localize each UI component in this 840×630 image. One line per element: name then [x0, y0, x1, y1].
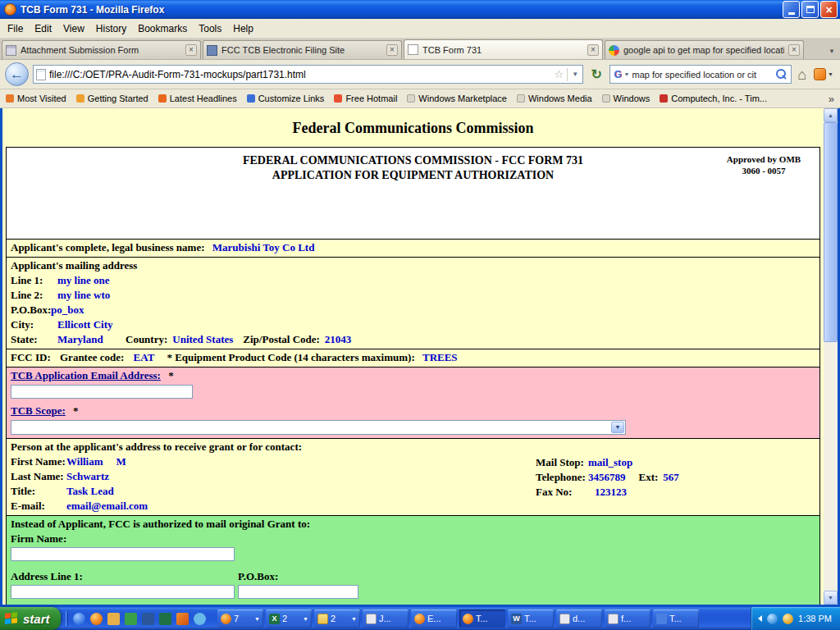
folder-icon [317, 614, 328, 624]
bookmark-windows[interactable]: Windows [602, 94, 651, 103]
taskbar-button-t[interactable]: T... [653, 609, 699, 628]
menu-view[interactable]: View [57, 20, 90, 38]
menu-bar: File Edit View History Bookmarks Tools H… [0, 19, 840, 39]
menu-file[interactable]: File [2, 20, 29, 38]
taskbar-button-folder-group[interactable]: 2▼ [314, 609, 360, 628]
start-button[interactable]: start [0, 607, 61, 630]
taskbar-button-d[interactable]: d... [556, 609, 602, 628]
minimize-button[interactable] [783, 1, 800, 18]
firefox-icon [414, 614, 425, 624]
tcb-section: TCB Application Email Address: * TCB Sco… [6, 368, 820, 439]
menu-edit[interactable]: Edit [29, 20, 57, 38]
bookmark-windows-marketplace[interactable]: Windows Marketplace [407, 94, 507, 103]
reload-button[interactable]: ↻ [587, 66, 605, 84]
url-history-dropdown-icon[interactable]: ▼ [567, 68, 580, 81]
system-tray: 1:38 PM [751, 607, 840, 630]
mailing-city-row: City:Ellicott City [11, 317, 815, 332]
scroll-up-button[interactable]: ▲ [824, 108, 838, 122]
taskbar-button-label: E... [427, 614, 441, 623]
vertical-scrollbar[interactable]: ▲ ▼ [824, 108, 838, 605]
search-engine-dropdown-icon[interactable]: ▼ [624, 71, 630, 77]
bookmarks-overflow-chevron[interactable]: » [829, 93, 834, 105]
tab-close-icon[interactable]: × [185, 44, 197, 56]
taskbar-button-tcb-form-active[interactable]: T... [459, 609, 505, 628]
bookmark-latest-headlines[interactable]: Latest Headlines [158, 94, 237, 103]
taskbar-button-label: T... [524, 614, 536, 623]
taskbar-button-e[interactable]: E... [411, 609, 457, 628]
quick-launch-handle[interactable] [66, 611, 68, 626]
maximize-icon [806, 6, 815, 13]
tab-label: google api to get map for specified loca… [623, 45, 784, 55]
fax-value: 123123 [595, 486, 627, 498]
taskbar-button-firefox-group[interactable]: 7▼ [217, 609, 263, 628]
tab-close-icon[interactable]: × [587, 44, 599, 56]
tab-tcb-form-731[interactable]: TCB Form 731 × [404, 39, 603, 59]
scroll-down-button[interactable]: ▼ [824, 591, 838, 605]
tab-label: TCB Form 731 [422, 45, 583, 55]
quicklaunch-messenger-icon[interactable] [194, 613, 206, 625]
bookmark-customize-links[interactable]: Customize Links [247, 94, 325, 103]
first-name-label: First Name: [11, 454, 66, 469]
titlebar[interactable]: TCB Form 731 - Mozilla Firefox × [0, 0, 840, 19]
scrollbar-thumb[interactable] [824, 122, 838, 342]
bookmark-label: Windows [614, 94, 651, 103]
maximize-button[interactable] [801, 1, 819, 18]
search-magnifier-icon[interactable] [775, 68, 788, 80]
menu-bookmarks[interactable]: Bookmarks [132, 20, 193, 38]
tab-close-icon[interactable]: × [386, 44, 398, 56]
page-title: Federal Communications Commission [2, 120, 824, 137]
quicklaunch-media-player-icon[interactable] [176, 613, 189, 625]
bookmark-star-icon[interactable]: ☆ [555, 69, 564, 80]
taskbar-button-j[interactable]: J... [363, 609, 409, 628]
taskbar-button-label: J... [379, 614, 391, 623]
firm-name-input[interactable] [11, 547, 235, 561]
back-button[interactable]: ← [5, 62, 29, 86]
taskbar-button-excel-group[interactable]: X2▼ [266, 609, 312, 628]
bookmark-label: Latest Headlines [170, 94, 237, 103]
group-dropdown-icon: ▼ [351, 616, 357, 622]
tab-attachment-submission-form[interactable]: Attachment Submission Form × [2, 40, 201, 59]
quicklaunch-ie-icon[interactable] [73, 613, 85, 625]
ext-label: Ext: [639, 471, 659, 483]
scrollbar-track[interactable] [824, 122, 838, 591]
home-button[interactable]: ⌂ [796, 67, 808, 82]
bookmark-free-hotmail[interactable]: Free Hotmail [334, 94, 397, 103]
bookmark-most-visited[interactable]: Most Visited [6, 94, 66, 103]
tcb-email-input[interactable] [11, 385, 193, 399]
menu-history[interactable]: History [90, 20, 132, 38]
url-input[interactable] [49, 69, 551, 80]
tab-fcc-tcb-filing-site[interactable]: FCC TCB Electronic Filing Site × [203, 40, 402, 59]
tray-volume-icon[interactable] [783, 614, 793, 624]
tab-google-api-map[interactable]: google api to get map for specified loca… [605, 40, 804, 59]
bookmark-getting-started[interactable]: Getting Started [76, 94, 148, 103]
search-input[interactable] [632, 70, 773, 80]
last-name-value: Schwartz [66, 470, 109, 482]
tray-network-icon[interactable] [767, 614, 778, 624]
grant-pobox-input[interactable] [238, 585, 358, 599]
list-all-tabs-button[interactable]: ▼ [825, 43, 838, 59]
blank-page-icon [408, 44, 418, 55]
quicklaunch-app-icon[interactable] [125, 613, 137, 625]
hide-icons-chevron[interactable] [758, 615, 762, 622]
bookmark-computech[interactable]: Computech, Inc. - Tim... [660, 94, 767, 103]
extension-button[interactable]: ▼ [812, 68, 835, 80]
tab-close-icon[interactable]: × [788, 44, 800, 56]
taskbar-button-f[interactable]: f... [605, 609, 651, 628]
quicklaunch-excel-icon[interactable] [159, 613, 171, 625]
menu-help[interactable]: Help [227, 20, 259, 38]
line2-label: Line 2: [11, 288, 51, 303]
mail-stop-row: Mail Stop:mail_stop [536, 455, 679, 470]
windows-logo-icon [5, 612, 19, 626]
search-bar[interactable]: G ▼ [609, 65, 792, 84]
tcb-scope-select[interactable]: ▼ [11, 420, 626, 435]
quicklaunch-firefox-icon[interactable] [90, 613, 103, 625]
chevron-down-icon[interactable]: ▼ [611, 422, 624, 433]
menu-tools[interactable]: Tools [193, 20, 227, 38]
quicklaunch-word-icon[interactable] [142, 613, 154, 625]
close-button[interactable]: × [820, 1, 838, 18]
bookmark-windows-media[interactable]: Windows Media [517, 94, 592, 103]
taskbar-button-word[interactable]: WT... [508, 609, 554, 628]
address-bar[interactable]: ☆ ▼ [33, 65, 583, 84]
address-line1-input[interactable] [11, 585, 235, 599]
quicklaunch-mail-icon[interactable] [107, 613, 120, 625]
